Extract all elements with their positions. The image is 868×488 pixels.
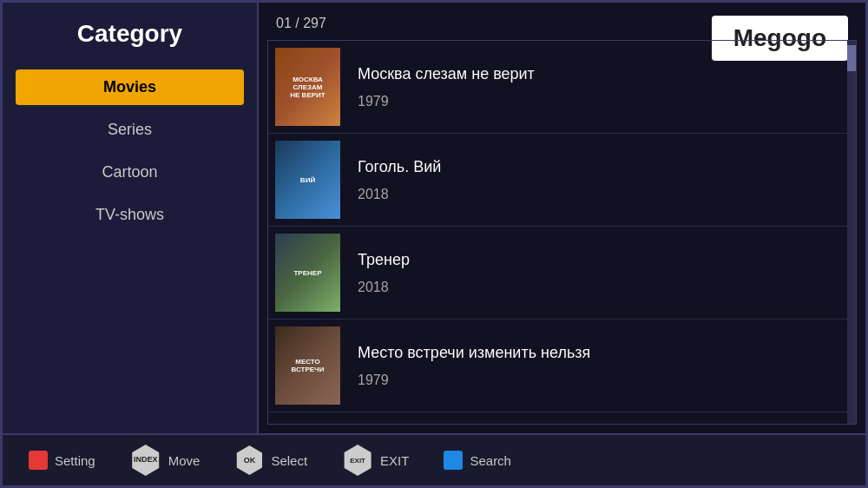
bottom-bar: Setting INDEX Move OK Select EXIT EXIT [3,433,865,485]
scrollbar-thumb [847,45,856,71]
movie-info: Тренер 2018 [358,251,410,295]
sidebar-title: Category [77,20,182,48]
sidebar-item-cartoon[interactable]: Cartoon [16,155,244,190]
movie-info: Место встречи изменить нельзя 1979 [358,344,590,388]
thumb-text: ТРЕНЕР [291,267,324,280]
movie-thumbnail: МЕСТОВСТРЕЧИ [275,326,340,405]
exit-hex-icon: EXIT [342,445,373,476]
sidebar-item-tvshows[interactable]: TV-shows [16,197,244,233]
movie-item[interactable]: ТРЕНЕР Тренер 2018 [268,227,856,320]
bottom-item-exit[interactable]: EXIT EXIT [342,445,409,476]
exit-label: EXIT [380,453,409,468]
index-label: INDEX [134,456,158,465]
movie-title: Место встречи изменить нельзя [358,344,590,362]
movie-year: 1979 [358,94,535,109]
sidebar: Category Movies Series Cartoon TV-shows [3,3,259,433]
app-container: Category Movies Series Cartoon TV-shows … [0,0,868,488]
bottom-item-setting[interactable]: Setting [29,451,95,470]
ok-hex-icon: OK [234,445,264,475]
movie-item[interactable]: МОСКВАСЛЕЗАМНЕ ВЕРИТ Москва слезам не ве… [268,41,856,134]
right-panel: Megogo 01 / 297 МОСКВАСЛЕЗАМНЕ ВЕРИТ Мос… [259,3,865,433]
search-label: Search [470,453,511,468]
movie-info: Москва слезам не верит 1979 [358,65,535,109]
scrollbar[interactable] [847,41,856,424]
movie-list: МОСКВАСЛЕЗАМНЕ ВЕРИТ Москва слезам не ве… [267,40,857,425]
bottom-item-search[interactable]: Search [444,451,511,470]
select-label: Select [271,453,307,468]
red-icon [29,451,48,470]
blue-icon [444,451,463,470]
movie-year: 1979 [358,373,590,388]
thumb-text: МЕСТОВСТРЕЧИ [289,355,327,376]
bottom-item-select[interactable]: OK Select [234,445,307,475]
movie-year: 2018 [358,280,410,295]
movie-thumbnail: МОСКВАСЛЕЗАМНЕ ВЕРИТ [275,48,340,126]
index-hex-icon: INDEX [130,445,161,476]
movie-thumbnail: ВИЙ [275,141,340,219]
ok-label: OK [244,456,256,465]
movie-thumbnail: ТРЕНЕР [275,234,340,312]
bottom-item-move[interactable]: INDEX Move [130,445,201,476]
movie-title: Гоголь. Вий [358,158,441,176]
move-label: Move [168,453,201,468]
exit-hex-label: EXIT [350,457,365,465]
movie-info: Гоголь. Вий 2018 [358,158,441,202]
setting-label: Setting [55,453,95,468]
thumb-text: ВИЙ [298,174,318,187]
movie-item[interactable]: ВИЙ Гоголь. Вий 2018 [268,134,856,227]
sidebar-item-movies[interactable]: Movies [16,69,244,105]
sidebar-item-series[interactable]: Series [16,112,244,148]
movie-title: Тренер [358,251,410,269]
thumb-text: МОСКВАСЛЕЗАМНЕ ВЕРИТ [287,73,327,102]
movie-title: Москва слезам не верит [358,65,535,83]
movie-item[interactable]: МЕСТОВСТРЕЧИ Место встречи изменить нель… [268,320,856,412]
movie-year: 2018 [358,187,441,202]
